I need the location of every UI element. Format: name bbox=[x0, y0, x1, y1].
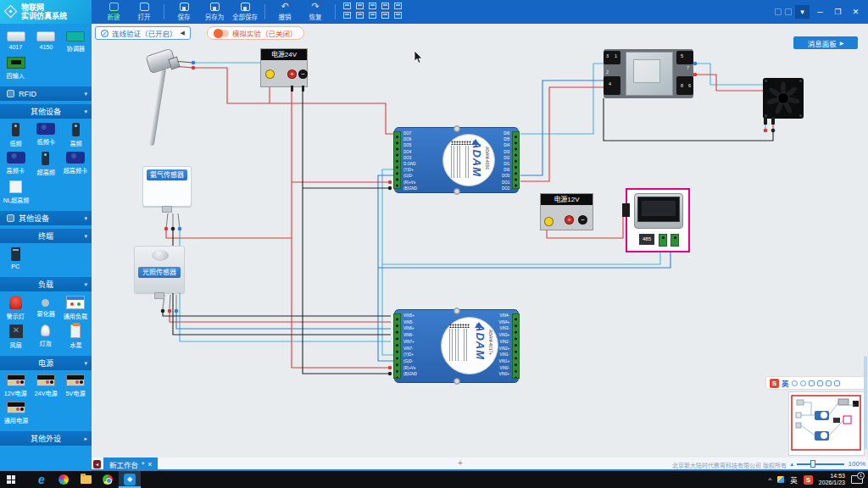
temperature-probe-sensor[interactable] bbox=[144, 47, 203, 148]
serial-display-device-selected[interactable]: 485 bbox=[626, 188, 690, 252]
palette-item[interactable]: 5V电源 bbox=[61, 372, 91, 399]
new-button[interactable]: 新建 bbox=[98, 1, 129, 23]
palette-item[interactable]: 高频卡 bbox=[1, 149, 31, 178]
person-icon[interactable] bbox=[817, 380, 823, 386]
palette-item[interactable]: 水泵 bbox=[61, 322, 91, 351]
palette-item[interactable]: 协调器 bbox=[61, 25, 91, 54]
palette-item[interactable]: 警示灯 bbox=[1, 293, 31, 322]
layer-tool-icon[interactable] bbox=[394, 3, 402, 9]
palette-item[interactable]: 雾化器 bbox=[31, 293, 60, 322]
collapse-icon[interactable]: ◀ bbox=[181, 30, 185, 36]
palette-item[interactable]: 4017 bbox=[1, 25, 31, 54]
action-center-icon[interactable] bbox=[851, 475, 863, 484]
zoom-slider-thumb[interactable] bbox=[810, 460, 815, 468]
palette-item[interactable]: 24V电源 bbox=[31, 372, 60, 399]
palette-item[interactable]: 高频 bbox=[61, 120, 91, 149]
palette-item[interactable]: 12V电源 bbox=[1, 372, 31, 399]
terminal-strip[interactable] bbox=[512, 313, 520, 379]
zoom-fit-button[interactable]: ▴ bbox=[790, 461, 793, 468]
add-tab-button[interactable]: + bbox=[458, 458, 463, 468]
align-tool-icon[interactable] bbox=[356, 12, 364, 19]
workspace-tab[interactable]: 新工作台 * × bbox=[103, 458, 158, 470]
wire-verify-toggle[interactable]: ✓ 连线验证（已开启） ◀ bbox=[95, 26, 191, 40]
palette-item[interactable]: 风扇 bbox=[1, 322, 31, 351]
simulation-toggle[interactable]: 模拟实验（已关闭） bbox=[207, 26, 304, 40]
start-button[interactable] bbox=[0, 471, 22, 488]
palette-item[interactable]: NL超高频 bbox=[1, 178, 31, 206]
close-button[interactable]: ✕ bbox=[849, 5, 863, 19]
toolbox-icon[interactable] bbox=[826, 380, 832, 386]
ammonia-sensor[interactable]: 氨气传感器 bbox=[142, 166, 192, 207]
iot-app-taskbar-button[interactable]: ◆ bbox=[119, 471, 141, 488]
skin-icon[interactable] bbox=[834, 380, 840, 386]
input-method-bar[interactable]: S 英 bbox=[765, 376, 865, 390]
minimize-button[interactable]: ─ bbox=[813, 5, 827, 19]
save-all-button[interactable]: 全部保存 bbox=[230, 1, 260, 23]
zoom-slider-track[interactable] bbox=[797, 463, 844, 465]
power-supply-12v[interactable]: 电源12V + − bbox=[540, 193, 593, 230]
keyboard-icon[interactable] bbox=[809, 380, 815, 386]
fan-actuator[interactable] bbox=[763, 78, 804, 119]
canvas-vertical-scrollbar[interactable] bbox=[864, 356, 867, 449]
photos-taskbar-button[interactable] bbox=[53, 471, 75, 488]
explorer-taskbar-button[interactable] bbox=[75, 471, 97, 488]
align-tool-icon[interactable] bbox=[356, 3, 364, 9]
toggle-switch-icon[interactable] bbox=[214, 30, 229, 37]
terminal-strip[interactable] bbox=[393, 313, 401, 379]
palette-section-header[interactable]: 其他外设▸ bbox=[0, 431, 92, 446]
fan-terminal[interactable] bbox=[771, 117, 775, 125]
align-tool-icon[interactable] bbox=[369, 3, 376, 9]
sogou-tray-icon[interactable]: S bbox=[804, 475, 813, 485]
ground-terminal[interactable] bbox=[265, 69, 275, 79]
palette-section-header[interactable]: 负载▾ bbox=[0, 277, 92, 291]
palette-item[interactable]: 低频卡 bbox=[31, 120, 60, 149]
adam-4017-module[interactable]: VIN5+VIN5-VIN6+VIN6-VIN7+VIN7-(Y)D+(G)D-… bbox=[394, 309, 519, 383]
taskbar-clock[interactable]: 14:532026/1/23 bbox=[819, 473, 845, 486]
ime-mode[interactable]: 英 bbox=[782, 378, 789, 388]
redo-button[interactable]: ↷恢复 bbox=[300, 1, 331, 23]
edge-taskbar-button[interactable]: e bbox=[31, 471, 53, 488]
palette-item[interactable]: 灯泡 bbox=[31, 322, 60, 351]
minimap-panel[interactable] bbox=[788, 391, 865, 456]
green-terminal[interactable] bbox=[659, 234, 667, 247]
adam-4150-module[interactable]: DO7DO6DO5DO4DO3D.GND(Y)D+(G)D-(R)+Vs(B)G… bbox=[394, 127, 519, 193]
terminal-strip[interactable] bbox=[512, 131, 520, 189]
palette-item[interactable]: 4150 bbox=[31, 25, 60, 54]
green-terminal[interactable] bbox=[670, 234, 679, 247]
sogou-logo-icon[interactable]: S bbox=[770, 379, 779, 388]
palette-item[interactable]: 超高频 bbox=[31, 149, 60, 178]
palette-item[interactable]: 低频 bbox=[1, 120, 31, 149]
tab-scroll-left-button[interactable]: ◂ bbox=[93, 460, 101, 469]
message-panel-button[interactable]: 消息面板▶ bbox=[793, 36, 858, 49]
ground-terminal[interactable] bbox=[544, 217, 554, 226]
titlebar-extra-icon[interactable] bbox=[775, 8, 782, 15]
ime-indicator[interactable]: 英 bbox=[790, 474, 798, 485]
palette-item[interactable]: 通用负载 bbox=[61, 293, 91, 322]
open-button[interactable]: 打开 bbox=[129, 1, 159, 23]
palette-item[interactable]: 四输入 bbox=[1, 54, 31, 81]
relay-terminal-block[interactable] bbox=[604, 76, 620, 95]
tray-expand-chevron[interactable]: ^ bbox=[769, 476, 772, 484]
clock-icon[interactable] bbox=[792, 380, 798, 386]
positive-terminal[interactable]: + bbox=[287, 69, 297, 79]
mic-icon[interactable] bbox=[800, 380, 806, 386]
palette-section-header[interactable]: RFID▾ bbox=[0, 86, 92, 101]
tab-close-icon[interactable]: × bbox=[147, 460, 152, 469]
palette-section-header[interactable]: 其他设备▾ bbox=[0, 104, 92, 119]
layer-tool-icon[interactable] bbox=[394, 12, 402, 19]
layer-tool-icon[interactable] bbox=[381, 12, 389, 19]
relay-terminal-block[interactable] bbox=[676, 76, 693, 95]
negative-terminal[interactable]: − bbox=[298, 69, 308, 79]
align-tool-icon[interactable] bbox=[343, 12, 351, 19]
align-tool-icon[interactable] bbox=[369, 12, 376, 19]
layer-tool-icon[interactable] bbox=[381, 3, 389, 9]
palette-section-header[interactable]: 电源▾ bbox=[0, 356, 92, 370]
tray-app-icon[interactable] bbox=[777, 476, 784, 483]
titlebar-extra-icon[interactable] bbox=[785, 8, 792, 15]
relay-module[interactable]: 3 1 2 4 5 7 8 6 bbox=[604, 49, 693, 98]
relay-terminal-block[interactable] bbox=[676, 51, 693, 64]
palette-section-header[interactable]: 终端▾ bbox=[0, 229, 92, 243]
positive-terminal[interactable]: + bbox=[565, 215, 574, 225]
wiring-canvas[interactable]: ✓ 连线验证（已开启） ◀ 模拟实验（已关闭） 消息面板▶ 电源24V + − bbox=[92, 24, 868, 458]
terminal-strip[interactable] bbox=[393, 131, 401, 189]
